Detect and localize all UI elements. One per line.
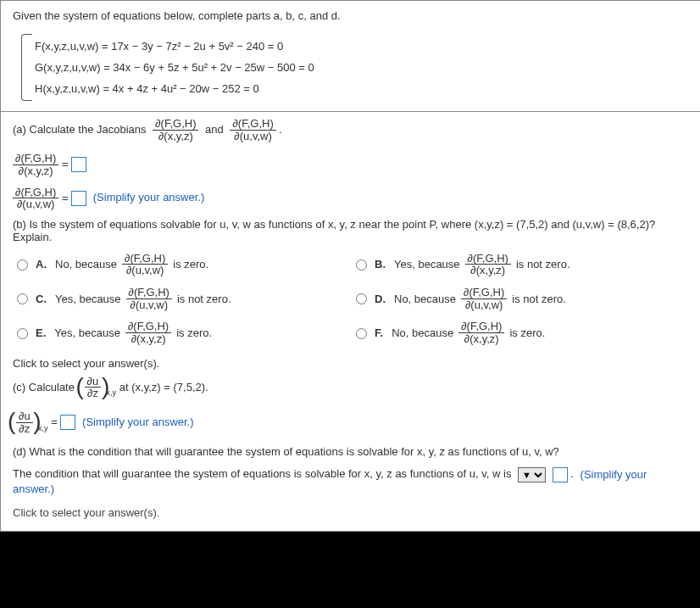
equation-G: G(x,y,z,u,v,w) = 34x − 6y + 5z + 5u² + 2… bbox=[35, 57, 691, 78]
and-word: and bbox=[205, 123, 224, 136]
answer-box-condition[interactable] bbox=[553, 467, 568, 482]
part-c-tail: at (x,y,z) = (7,5,2). bbox=[119, 380, 208, 393]
du-dz-paren: ∂u∂z bbox=[81, 376, 105, 399]
equals: = bbox=[51, 416, 60, 428]
part-a-line: (a) Calculate the Jacobians ∂(F,G,H) ∂(x… bbox=[13, 115, 691, 144]
radio-A[interactable] bbox=[17, 259, 28, 271]
jac-xyz-answer: ∂(F,G,H) ∂(x,y,z) = bbox=[13, 144, 691, 179]
part-c-lead: (c) Calculate bbox=[13, 380, 75, 393]
part-c-answer: ∂u∂z x,y = (Simplify your answer.) bbox=[13, 402, 691, 437]
equation-system: F(x,y,z,u,v,w) = 17x − 3y − 7z² − 2u + 5… bbox=[26, 34, 691, 101]
answer-box-jac-uvw[interactable] bbox=[71, 191, 86, 206]
part-d-sentence: The condition that will guarantee the sy… bbox=[13, 468, 511, 481]
option-D[interactable]: D. No, because ∂(F,G,H)∂(u,v,w) is not z… bbox=[352, 280, 691, 314]
divider bbox=[1, 111, 700, 112]
period: . bbox=[570, 468, 574, 481]
answer-box-du-dz[interactable] bbox=[60, 415, 75, 430]
radio-E[interactable] bbox=[17, 328, 28, 339]
option-E[interactable]: E. Yes, because ∂(F,G,H)∂(x,y,z) is zero… bbox=[13, 314, 352, 348]
equals: = bbox=[62, 158, 71, 170]
click-select-2: Click to select your answer(s). bbox=[13, 498, 691, 519]
simplify-note: (Simplify your answer.) bbox=[82, 416, 193, 428]
option-C[interactable]: C. Yes, because ∂(F,G,H)∂(u,v,w) is not … bbox=[13, 280, 352, 314]
radio-D[interactable] bbox=[356, 293, 367, 304]
part-b-options: A. No, because ∂(F,G,H)∂(u,v,w) is zero.… bbox=[13, 246, 691, 349]
radio-F[interactable] bbox=[356, 328, 367, 339]
part-d-answer: The condition that will guarantee the sy… bbox=[13, 460, 691, 498]
prompt: Given the system of equations below, com… bbox=[13, 4, 691, 31]
equals: = bbox=[62, 191, 71, 204]
equation-F: F(x,y,z,u,v,w) = 17x − 3y − 7z² − 2u + 5… bbox=[35, 36, 691, 57]
part-c-line: (c) Calculate ∂u∂z x,y at (x,y,z) = (7,5… bbox=[13, 373, 691, 402]
radio-C[interactable] bbox=[17, 293, 28, 304]
equation-H: H(x,y,z,u,v,w) = 4x + 4z + 4u² − 20w − 2… bbox=[35, 78, 691, 99]
period: . bbox=[279, 123, 282, 136]
radio-B[interactable] bbox=[356, 259, 367, 271]
option-B[interactable]: B. Yes, because ∂(F,G,H)∂(x,y,z) is not … bbox=[352, 246, 691, 280]
condition-dropdown[interactable]: ▼ bbox=[518, 467, 546, 482]
click-select-1: Click to select your answer(s). bbox=[13, 349, 691, 373]
part-a-lead: (a) Calculate the Jacobians bbox=[13, 123, 147, 136]
option-A[interactable]: A. No, because ∂(F,G,H)∂(u,v,w) is zero. bbox=[13, 246, 352, 280]
part-d-question: (d) What is the condition that will guar… bbox=[13, 437, 691, 460]
simplify-note: (Simplify your answer.) bbox=[93, 191, 204, 204]
jacobian-xyz: ∂(F,G,H) ∂(x,y,z) bbox=[153, 118, 198, 142]
answer-box-jac-xyz[interactable] bbox=[71, 157, 86, 172]
jacobian-uvw: ∂(F,G,H) ∂(u,v,w) bbox=[230, 118, 275, 142]
option-F[interactable]: F. No, because ∂(F,G,H)∂(x,y,z) is zero. bbox=[352, 314, 691, 348]
part-b-question: (b) Is the system of equations solvable … bbox=[13, 213, 691, 246]
jac-uvw-answer: ∂(F,G,H) ∂(u,v,w) = (Simplify your answe… bbox=[13, 180, 691, 213]
